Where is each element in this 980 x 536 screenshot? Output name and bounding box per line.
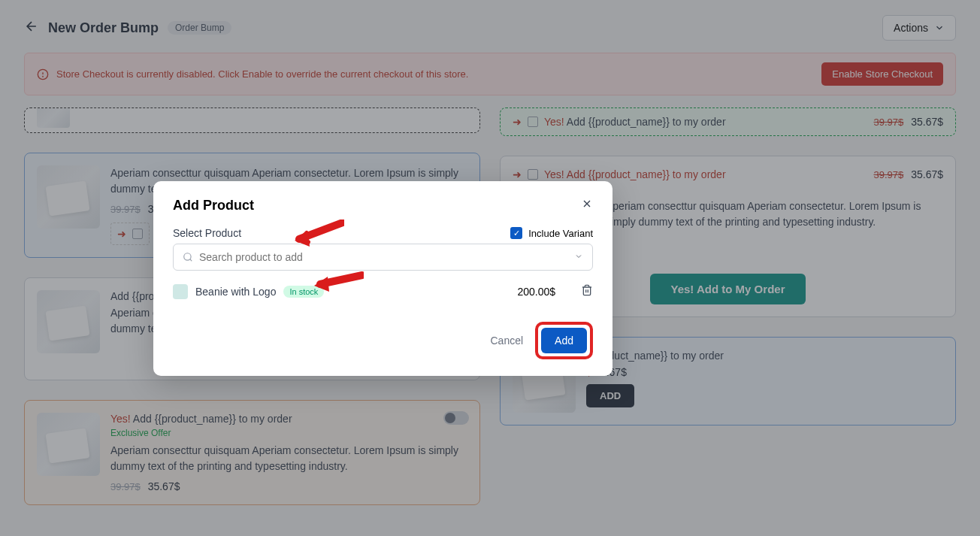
svg-marker-5 <box>314 277 329 292</box>
annotation-arrow-2 <box>311 269 364 299</box>
add-product-modal: Add Product Select Product ✓ Include Var… <box>153 181 612 376</box>
annotation-arrow-1 <box>292 220 344 250</box>
search-input[interactable] <box>199 251 568 263</box>
trash-icon[interactable] <box>581 284 593 299</box>
modal-header: Add Product <box>173 198 593 213</box>
checkbox-checked-icon: ✓ <box>510 227 522 239</box>
include-variant-checkbox[interactable]: ✓ Include Variant <box>510 227 593 239</box>
search-icon <box>183 252 193 262</box>
add-button[interactable]: Add <box>541 328 587 353</box>
search-box[interactable] <box>173 244 593 271</box>
include-variant-label: Include Variant <box>528 228 593 239</box>
svg-point-3 <box>184 253 191 260</box>
close-icon[interactable] <box>581 198 593 213</box>
product-row: Beanie with Logo In stock 200.00$ <box>173 281 593 302</box>
modal-footer: Cancel Add <box>173 322 593 359</box>
product-price: 200.00$ <box>517 286 555 298</box>
modal-title: Add Product <box>173 198 254 213</box>
select-product-label: Select Product <box>173 227 241 239</box>
svg-marker-4 <box>295 232 310 247</box>
product-thumb-icon <box>173 284 188 299</box>
chevron-down-icon[interactable] <box>574 252 583 263</box>
product-name: Beanie with Logo <box>195 286 276 298</box>
cancel-button[interactable]: Cancel <box>490 335 523 347</box>
modal-label-row: Select Product ✓ Include Variant <box>173 227 593 239</box>
add-button-highlight: Add <box>535 322 593 359</box>
